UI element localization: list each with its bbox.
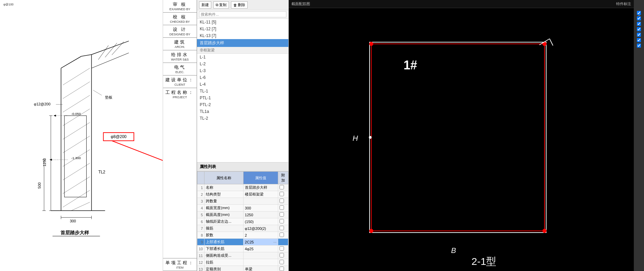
props-cell-name: 下部通长筋 — [204, 245, 244, 252]
props-cell-num: 10 — [197, 245, 204, 252]
props-cell-extra[interactable] — [278, 184, 288, 191]
svg-text:2-1型: 2-1型 — [471, 256, 496, 267]
props-cell-num: 11 — [197, 252, 204, 259]
tree-content[interactable]: KL-11 [5] KL-12 [7] KL-13 [7] 首层踏步大样 非框架… — [197, 19, 288, 162]
props-checkbox[interactable] — [280, 226, 284, 230]
svg-text:1#: 1# — [404, 58, 417, 72]
property-table: 属性名称 属性值 附加 1名称首层踏步大样2结构类型楼层框架梁3跨数量4截面宽度… — [197, 171, 288, 271]
cad-panel: φ@100 — [0, 0, 163, 271]
props-cell-value: 首层踏步大样 — [243, 184, 278, 191]
sidebar-checkbox-4[interactable] — [637, 27, 641, 31]
props-cell-extra[interactable] — [278, 191, 288, 198]
props-row-2[interactable]: 2结构类型楼层框架梁 — [197, 191, 288, 198]
props-cell-extra[interactable] — [278, 239, 288, 245]
svg-text:500: 500 — [37, 182, 41, 188]
props-checkbox[interactable] — [280, 260, 284, 264]
props-cell-name: 定额类别 — [204, 266, 244, 271]
tree-item-tl1a[interactable]: TL1a — [197, 108, 288, 115]
title-row-water: 给排水 WATER S&S — [163, 50, 197, 63]
props-row-7[interactable]: 7箍筋φ12@200(2) — [197, 225, 288, 232]
tree-item-l1[interactable]: L-1 — [197, 54, 288, 61]
props-checkbox[interactable] — [280, 253, 284, 257]
tree-item-l4[interactable]: L-4 — [197, 81, 288, 88]
props-cell-num: 7 — [197, 225, 204, 232]
tree-item-l2[interactable]: L-2 — [197, 61, 288, 67]
preview-svg: 1# H B 2-1型 — [289, 8, 634, 270]
search-input[interactable] — [199, 11, 286, 17]
props-row-5[interactable]: 5截面高度(mm)1250 — [197, 211, 288, 218]
svg-rect-54 — [370, 42, 546, 233]
svg-text:H: H — [353, 134, 358, 142]
title-row-item: 单项工程： ITEM — [163, 258, 197, 271]
tree-item-l3[interactable]: L-3 — [197, 67, 288, 74]
item-en: ITEM — [176, 266, 184, 269]
props-checkbox[interactable] — [280, 205, 284, 210]
props-row-10[interactable]: 10下部通长筋4φ25 — [197, 245, 288, 252]
props-cell-extra[interactable] — [278, 232, 288, 239]
tree-item-kl13[interactable]: KL-13 [7] — [197, 32, 288, 39]
sidebar-checkbox-5[interactable] — [637, 33, 641, 37]
props-checkbox[interactable] — [280, 212, 284, 217]
props-cell-extra[interactable] — [278, 259, 288, 266]
props-row-3[interactable]: 3跨数量 — [197, 198, 288, 205]
props-cell-extra[interactable] — [278, 252, 288, 259]
svg-point-60 — [369, 136, 372, 139]
props-cell-value: 4φ25 — [243, 245, 278, 252]
props-cell-num: 4 — [197, 205, 204, 211]
props-cell-extra[interactable] — [278, 198, 288, 205]
props-checkbox[interactable] — [280, 233, 284, 237]
props-cell-extra[interactable] — [278, 245, 288, 252]
props-row-9[interactable]: 9上部通长筋2C25 ··· — [197, 239, 288, 245]
props-cell-value: 1250 — [243, 211, 278, 218]
props-cell-extra[interactable] — [278, 205, 288, 211]
sidebar-checkbox-7[interactable] — [637, 44, 641, 48]
props-cell-num: 3 — [197, 198, 204, 205]
tree-item-kl12[interactable]: KL-12 [7] — [197, 26, 288, 32]
tree-item-tl2[interactable]: TL-2 — [197, 115, 288, 122]
check-cn: 校 核 — [173, 14, 187, 20]
props-row-4[interactable]: 4截面宽度(mm)300 — [197, 205, 288, 211]
archi-cn: 建筑 — [174, 39, 186, 45]
props-row-13[interactable]: 13定额类别单梁 — [197, 266, 288, 271]
tree-item-ptl2[interactable]: PTL-2 — [197, 101, 288, 108]
new-button[interactable]: 新建 — [199, 1, 211, 9]
props-row-12[interactable]: 12拉筋 — [197, 259, 288, 266]
preview-header-left: 截面配筋图 — [291, 1, 310, 6]
props-cell-extra[interactable] — [278, 211, 288, 218]
props-checkbox[interactable] — [280, 185, 284, 189]
props-cell-extra[interactable] — [278, 225, 288, 232]
props-checkbox[interactable] — [280, 267, 284, 271]
right-sidebar: 显示 — [634, 0, 644, 271]
sidebar-checkbox-2[interactable] — [637, 16, 641, 20]
sidebar-cb-2 — [637, 16, 641, 20]
tree-property-panel: 新建 ⧉ 复制 🗑 删除 KL-11 [5] KL-12 [7] KL-13 [… — [197, 0, 289, 271]
props-cell-extra[interactable] — [278, 218, 288, 225]
props-row-6[interactable]: 6轴线距梁左边...(150) — [197, 218, 288, 225]
edit-icon[interactable]: ··· — [273, 240, 276, 244]
copy-button[interactable]: ⧉ 复制 — [213, 1, 229, 9]
props-checkbox[interactable] — [280, 192, 284, 196]
props-cell-name: 截面高度(mm) — [204, 211, 244, 218]
tree-search-area — [197, 10, 288, 19]
props-cell-extra[interactable] — [278, 266, 288, 271]
props-cell-value: φ12@200(2) — [243, 225, 278, 232]
props-checkbox[interactable] — [280, 246, 284, 251]
props-row-11[interactable]: 11侧面构造或受... — [197, 252, 288, 259]
props-checkbox[interactable] — [280, 199, 284, 203]
tree-item-kl11[interactable]: KL-11 [5] — [197, 19, 288, 26]
props-col-value: 属性值 — [243, 172, 278, 184]
props-cell-num: 13 — [197, 266, 204, 271]
delete-button[interactable]: 🗑 删除 — [231, 1, 248, 9]
props-row-1[interactable]: 1名称首层踏步大样 — [197, 184, 288, 191]
props-checkbox[interactable] — [280, 219, 284, 223]
sidebar-checkbox-1[interactable] — [637, 11, 641, 15]
sidebar-checkbox-6[interactable] — [637, 38, 641, 42]
props-row-8[interactable]: 8胶数2 — [197, 232, 288, 239]
svg-text:φ12@200: φ12@200 — [34, 102, 51, 106]
tree-item-l6[interactable]: L-6 — [197, 74, 288, 81]
props-cell-value[interactable]: 2C25 ··· — [243, 239, 278, 245]
tree-item-ptl1[interactable]: PTL-1 — [197, 95, 288, 101]
tree-item-stair[interactable]: 首层踏步大样 — [197, 39, 288, 47]
sidebar-checkbox-3[interactable] — [637, 22, 641, 26]
tree-item-tl1[interactable]: TL-1 — [197, 88, 288, 95]
